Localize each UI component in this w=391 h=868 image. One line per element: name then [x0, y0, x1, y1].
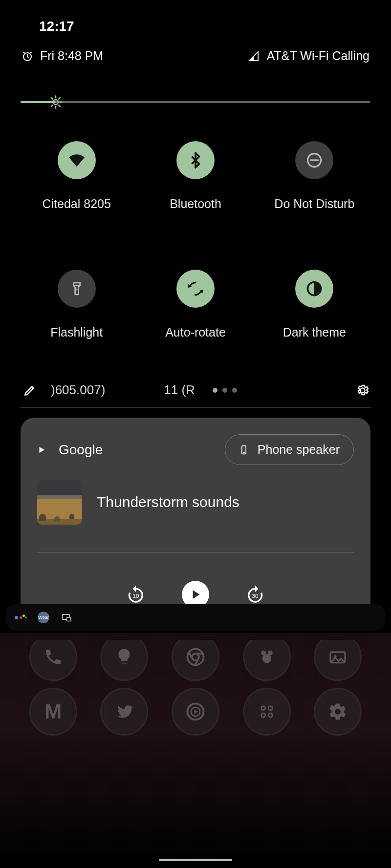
- autorotate-icon: [176, 270, 215, 308]
- home-icon-youtube-music: [172, 688, 219, 736]
- brightness-thumb-icon[interactable]: [48, 95, 63, 109]
- page-dot: [213, 388, 217, 393]
- tile-darktheme[interactable]: Dark theme: [258, 270, 371, 339]
- tile-flashlight[interactable]: Flashlight: [20, 270, 133, 339]
- home-icon-gmail: M: [29, 688, 77, 736]
- output-switcher[interactable]: Phone speaker: [225, 434, 354, 465]
- tile-label: Citedal 8205: [42, 197, 110, 211]
- svg-line-22: [59, 98, 60, 99]
- svg-point-12: [268, 713, 272, 717]
- tile-label: Dark theme: [283, 325, 346, 339]
- qs-header: Fri 8:48 PM AT&T Wi-Fi Calling: [20, 49, 371, 63]
- flashlight-icon: [58, 270, 96, 308]
- home-icon-settings: [314, 688, 362, 736]
- media-card[interactable]: Google Phone speaker Thunderstorm sounds…: [21, 418, 370, 630]
- output-label: Phone speaker: [258, 443, 340, 457]
- brightness-track: [21, 101, 370, 103]
- media-app[interactable]: Google: [37, 442, 103, 458]
- media-app-label: Google: [59, 442, 103, 458]
- svg-point-10: [268, 706, 272, 710]
- svg-point-14: [53, 100, 58, 105]
- tile-wifi[interactable]: Citedal 8205: [20, 141, 133, 211]
- tile-label: Do Not Disturb: [274, 197, 354, 211]
- svg-point-25: [76, 289, 77, 290]
- settings-button[interactable]: [356, 383, 369, 397]
- rewind-10-button[interactable]: 10: [126, 585, 146, 604]
- forward-number: 30: [252, 593, 259, 599]
- svg-line-19: [51, 98, 53, 99]
- home-icon-light: [100, 633, 148, 681]
- home-row: [0, 633, 391, 681]
- home-icon-twitter: [100, 688, 148, 736]
- home-icon-disney: [243, 633, 291, 681]
- brightness-slider[interactable]: [21, 92, 370, 112]
- page-dot: [222, 388, 227, 393]
- assistant-icon: [15, 616, 27, 619]
- nav-handle[interactable]: [159, 859, 232, 861]
- dnd-icon: [295, 141, 333, 179]
- tile-bluetooth[interactable]: Bluetooth: [138, 141, 252, 211]
- tile-label: Bluetooth: [170, 197, 221, 211]
- media-row: Thunderstorm sounds: [37, 480, 354, 525]
- qs-footer: )605.007) 11 (R: [20, 382, 371, 408]
- media-divider: [37, 552, 354, 552]
- tile-dnd[interactable]: Do Not Disturb: [258, 141, 371, 211]
- qs-header-left: Fri 8:48 PM: [22, 49, 103, 63]
- device-status-bar: 12:17: [0, 0, 391, 34]
- rewind-number: 10: [133, 593, 139, 599]
- svg-rect-30: [67, 617, 71, 621]
- carrier-label: AT&T Wi-Fi Calling: [267, 49, 369, 63]
- alarm-time: Fri 8:48 PM: [40, 49, 103, 63]
- home-icon-photos: [314, 633, 362, 681]
- home-row: M: [0, 688, 391, 736]
- edit-tiles-button[interactable]: [23, 384, 36, 397]
- svg-line-21: [51, 105, 53, 106]
- media-top: Google Phone speaker: [37, 434, 354, 465]
- svg-point-9: [261, 706, 265, 710]
- svg-point-11: [261, 713, 265, 717]
- home-icon-phone: [29, 633, 77, 681]
- tile-label: Flashlight: [50, 325, 103, 339]
- build-text-right: 11 (R: [164, 382, 195, 398]
- tile-autorotate[interactable]: Auto-rotate: [138, 270, 252, 339]
- quick-settings-panel[interactable]: Fri 8:48 PM AT&T Wi-Fi Calling: [0, 34, 391, 630]
- home-icon-chrome: [172, 633, 219, 681]
- page-dot: [232, 388, 237, 393]
- svg-line-20: [59, 105, 60, 106]
- media-cover-art: [37, 480, 82, 525]
- svg-point-4: [262, 654, 271, 663]
- media-title: Thunderstorm sounds: [97, 494, 239, 510]
- page-dots[interactable]: [213, 388, 237, 393]
- wear-os-icon: Wear: [38, 612, 49, 623]
- cast-icon: [60, 613, 72, 622]
- device-clock: 12:17: [39, 19, 74, 34]
- alarm-icon: [22, 50, 33, 62]
- play-triangle-icon: [37, 445, 46, 454]
- forward-30-button[interactable]: 30: [245, 585, 265, 604]
- tile-label: Auto-rotate: [165, 325, 226, 339]
- qs-tile-grid: Citedal 8205 Bluetooth Do Not Disturb Fl…: [20, 141, 371, 339]
- qs-header-right: AT&T Wi-Fi Calling: [248, 49, 369, 63]
- signal-icon: [248, 51, 259, 62]
- wifi-icon: [58, 141, 96, 179]
- darktheme-icon: [295, 270, 333, 308]
- home-icon-group: [243, 688, 291, 736]
- screen: M 12:17 Fri 8:48 PM AT&T Wi-Fi Calling: [0, 0, 391, 868]
- bluetooth-icon: [176, 141, 215, 179]
- build-text-left: )605.007): [51, 382, 105, 398]
- phone-icon: [239, 444, 249, 456]
- notification-tray-bar[interactable]: Wear: [6, 604, 385, 631]
